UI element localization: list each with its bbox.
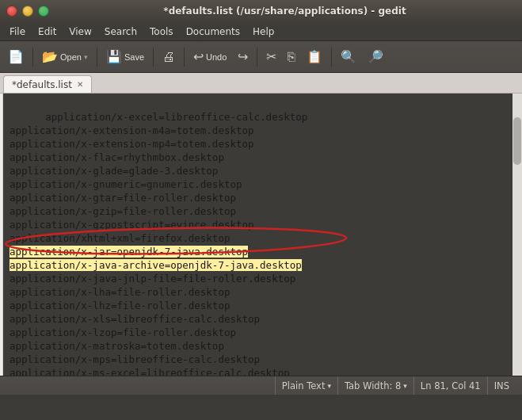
cursor-position: Ln 81, Col 41	[414, 376, 488, 395]
language-dropdown-icon: ▾	[327, 382, 331, 390]
replace-icon: 🔎	[368, 49, 383, 64]
scrollbar-thumb[interactable]	[513, 117, 521, 165]
redo-icon: ↪	[238, 49, 248, 64]
save-label: Save	[124, 52, 144, 62]
toolbar-sep-2	[97, 48, 97, 67]
main-layout: application/x-excel=libreoffice-calc.des…	[0, 94, 522, 376]
toolbar-sep-3	[153, 48, 154, 67]
open-icon: 📂	[42, 49, 58, 64]
paste-icon: 📋	[307, 49, 322, 64]
copy-button[interactable]: ⎘	[283, 44, 300, 70]
editor-text[interactable]: application/x-excel=libreoffice-calc.des…	[3, 94, 512, 376]
editor-line-1: application/x-excel=libreoffice-calc.des…	[10, 111, 307, 376]
undo-icon: ↩	[193, 49, 204, 64]
toolbar-sep-4	[184, 48, 185, 67]
menu-tools[interactable]: Tools	[143, 25, 180, 39]
tab-width-selector[interactable]: Tab Width: 8 ▾	[338, 376, 414, 395]
toolbar-sep-1	[32, 48, 33, 67]
editor-wrapper: application/x-excel=libreoffice-calc.des…	[0, 94, 522, 376]
menu-bar: File Edit View Search Tools Documents He…	[0, 22, 522, 41]
language-selector[interactable]: Plain Text ▾	[276, 376, 338, 395]
vertical-scrollbar[interactable]	[512, 94, 522, 376]
tab-close-icon[interactable]: ✕	[77, 81, 83, 89]
save-button[interactable]: 💾 Save	[101, 44, 149, 70]
open-dropdown-icon: ▾	[84, 53, 88, 61]
position-label: Ln 81, Col 41	[421, 380, 481, 391]
cut-button[interactable]: ✂	[261, 44, 281, 70]
tab-bar: *defaults.list ✕	[0, 73, 522, 94]
find-button[interactable]: 🔍	[336, 44, 361, 70]
undo-label: Undo	[206, 52, 227, 62]
menu-edit[interactable]: Edit	[32, 25, 63, 39]
status-bar: Plain Text ▾ Tab Width: 8 ▾ Ln 81, Col 4…	[0, 376, 522, 395]
cut-icon: ✂	[266, 49, 276, 64]
undo-button[interactable]: ↩ Undo	[189, 44, 231, 70]
window-title: *defaults.list (/usr/share/applications)…	[54, 6, 516, 17]
menu-file[interactable]: File	[3, 25, 32, 39]
toolbar-sep-5	[257, 48, 257, 67]
new-icon: 📄	[8, 49, 24, 64]
language-label: Plain Text	[282, 380, 326, 391]
menu-help[interactable]: Help	[246, 25, 280, 39]
print-icon: 🖨	[162, 50, 175, 64]
paste-button[interactable]: 📋	[302, 44, 327, 70]
tab-width-label: Tab Width: 8	[345, 380, 401, 391]
mode-label: INS	[494, 380, 509, 391]
minimize-button[interactable]	[22, 6, 33, 17]
save-icon: 💾	[106, 49, 122, 64]
status-spacer	[6, 376, 276, 395]
tab-defaults-list[interactable]: *defaults.list ✕	[3, 75, 92, 93]
open-label: Open	[60, 52, 82, 62]
menu-documents[interactable]: Documents	[180, 25, 246, 39]
menu-view[interactable]: View	[63, 25, 97, 39]
tab-width-dropdown-icon: ▾	[403, 382, 407, 390]
tab-label: *defaults.list	[12, 79, 72, 90]
find-icon: 🔍	[341, 49, 356, 64]
copy-icon: ⎘	[288, 50, 295, 64]
insert-mode: INS	[488, 376, 516, 395]
title-bar: *defaults.list (/usr/share/applications)…	[0, 0, 522, 22]
maximize-button[interactable]	[38, 6, 49, 17]
toolbar-sep-6	[331, 48, 332, 67]
print-button[interactable]: 🖨	[158, 44, 180, 70]
replace-button[interactable]: 🔎	[363, 44, 388, 70]
close-button[interactable]	[6, 6, 17, 17]
open-button[interactable]: 📂 Open ▾	[37, 44, 93, 70]
new-button[interactable]: 📄	[3, 44, 29, 70]
redo-button[interactable]: ↪	[233, 44, 253, 70]
menu-search[interactable]: Search	[98, 25, 143, 39]
toolbar: 📄 📂 Open ▾ 💾 Save 🖨 ↩ Undo ↪ ✂ ⎘ 📋 🔍 🔎	[0, 41, 522, 73]
